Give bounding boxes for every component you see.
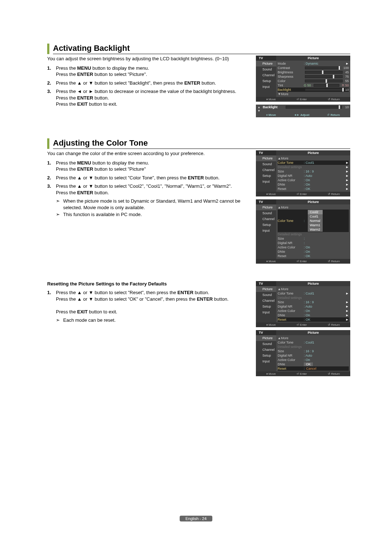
- section-intro: You can change the color of the entire s…: [47, 150, 251, 157]
- osd-row: Backlight10: [278, 88, 349, 92]
- osd-row: Detailed settings: [278, 232, 349, 236]
- osd-color-tone-menu: TVPicturePictureSoundChannelSetupInput▲M…: [256, 150, 350, 196]
- section-title: Activating Backlight: [53, 44, 350, 54]
- osd-row: Active Color: On►: [278, 309, 349, 313]
- note-item: ➣This function is available in PC mode.: [56, 211, 251, 218]
- osd-backlight-bar: ▲ Backlight 10 ▼ ♦ Move ◄► Adjust ↺ Retu…: [256, 105, 350, 117]
- step-list: 1.Press the MENU button to display the m…: [47, 160, 251, 196]
- osd-side-setup: Setup: [256, 173, 276, 179]
- osd-row: Active Color: On►: [278, 178, 349, 182]
- osd-reset-confirm: TVPicturePictureSoundChannelSetupInput▲M…: [256, 330, 350, 376]
- osd-row: Digital NR: Auto: [278, 353, 349, 358]
- osd-row: Color Tone: Cool1►: [278, 291, 349, 296]
- step-item: 2.Press the ▲ or ▼ button to select "Bac…: [47, 80, 251, 86]
- reset-subhead: Resetting the Picture Settings to the Fa…: [47, 281, 251, 287]
- osd-side-picture: Picture: [256, 204, 276, 210]
- osd-color-tone-dropdown: TVPicturePictureSoundChannelSetupInput▲M…: [256, 199, 350, 264]
- osd-row: Color Tone: Cool1: [278, 340, 349, 345]
- section-adjusting-color-tone: Adjusting the Color Tone: [47, 138, 350, 149]
- osd-row: ▲More: [278, 287, 349, 291]
- osd-side-channel: Channel: [256, 72, 276, 78]
- osd-row: DNIe: On: [278, 249, 349, 254]
- osd-side-setup: Setup: [256, 304, 276, 309]
- osd-row: Reset:Cancel: [278, 366, 349, 371]
- osd-side-input: Input: [256, 358, 276, 364]
- osd-picture-sliders: TVPicturePictureSoundChannelSetupInputMo…: [256, 56, 350, 102]
- osd-side-input: Input: [256, 179, 276, 184]
- section-title: Adjusting the Color Tone: [53, 138, 350, 149]
- note-item: ➣Each mode can be reset.: [56, 317, 251, 324]
- osd-side-setup: Setup: [256, 222, 276, 228]
- osd-row: Digital NR: Auto►: [278, 304, 349, 309]
- osd-row: Detailed settings: [278, 345, 349, 349]
- step-item: 2.Press the ▲ or ▼ button to select "Col…: [47, 175, 251, 181]
- osd-side-picture: Picture: [256, 335, 276, 341]
- osd-hint-move: ♦ Move: [266, 113, 276, 117]
- osd-row: Color55: [278, 79, 349, 83]
- osd-side-input: Input: [256, 228, 276, 234]
- osd-side-channel: Channel: [256, 167, 276, 173]
- step-list: 1.Press the MENU button to display the m…: [47, 65, 251, 107]
- osd-row: Size:: [278, 236, 349, 241]
- osd-row: Digital NR: Auto►: [278, 174, 349, 178]
- section-activating-backlight: Activating Backlight: [47, 44, 350, 54]
- osd-side-sound: Sound: [256, 161, 276, 167]
- osd-row: Size: 16 : 9►: [278, 169, 349, 174]
- osd-row: ▲More: [278, 336, 349, 340]
- osd-row: Color Tone:Cool2Cool1NormalWarm1Warm2: [278, 210, 349, 232]
- step-item: 1.Press the MENU button to display the m…: [47, 65, 251, 78]
- osd-side-picture: Picture: [256, 155, 276, 161]
- osd-row: ▲More: [278, 156, 349, 161]
- step-list: 1.Press the ▲ or ▼ button to select "Res…: [47, 289, 251, 315]
- osd-side-sound: Sound: [256, 341, 276, 347]
- osd-side-sound: Sound: [256, 292, 276, 298]
- osd-row: Contrast100: [278, 66, 349, 70]
- osd-hint-adjust: ◄► Adjust: [294, 113, 309, 117]
- osd-side-input: Input: [256, 309, 276, 315]
- page-number: English - 24: [180, 516, 212, 521]
- backlight-label: Backlight: [263, 105, 282, 109]
- osd-row: Active Color: On: [278, 358, 349, 362]
- osd-row: DNIeOK: [278, 362, 349, 366]
- osd-side-channel: Channel: [256, 216, 276, 222]
- page-footer: English - 24: [0, 516, 392, 521]
- osd-row: Size: 16 : 9►: [278, 300, 349, 304]
- osd-side-setup: Setup: [256, 353, 276, 358]
- osd-side-sound: Sound: [256, 66, 276, 72]
- arrow-up-icon: ▲: [257, 105, 261, 109]
- osd-side-sound: Sound: [256, 210, 276, 216]
- step-item: 1.Press the ▲ or ▼ button to select "Res…: [47, 289, 251, 315]
- osd-side-channel: Channel: [256, 298, 276, 304]
- note-item: ➣When the picture mode is set to Dynamic…: [56, 198, 251, 211]
- osd-hint-return: ↺ Return: [327, 113, 340, 117]
- osd-row: Detailed settings►: [278, 165, 349, 169]
- step-item: 3.Press the ▲ or ▼ button to select "Coo…: [47, 183, 251, 196]
- osd-row: Sharpness75: [278, 74, 349, 79]
- manual-page: Activating Backlight You can adjust the …: [0, 0, 392, 536]
- osd-side-setup: Setup: [256, 78, 276, 84]
- osd-row: TintG 50R 50: [278, 83, 349, 88]
- osd-row: Reset: OK►: [278, 187, 349, 191]
- osd-side-picture: Picture: [256, 286, 276, 292]
- osd-row: DNIe: On►: [278, 313, 349, 317]
- osd-side-input: Input: [256, 84, 276, 90]
- osd-row: Digital NR:: [278, 241, 349, 245]
- osd-row: Brightness45: [278, 70, 349, 74]
- osd-row: Mode: Dynamic►: [278, 61, 349, 66]
- step-item: 3.Press the ◄ or ► button to decrease or…: [47, 88, 251, 107]
- arrow-down-icon: ▼: [257, 109, 261, 113]
- backlight-value: 10: [345, 105, 349, 109]
- osd-side-channel: Channel: [256, 347, 276, 353]
- osd-reset-menu: TVPicturePictureSoundChannelSetupInput▲M…: [256, 281, 350, 327]
- section-intro: You can adjust the screen brightness by …: [47, 56, 251, 62]
- osd-row: Detailed settings: [278, 296, 349, 300]
- osd-row: Active Color: On: [278, 245, 349, 249]
- osd-row: Reset: OK►: [278, 317, 349, 322]
- osd-side-picture: Picture: [256, 61, 276, 66]
- osd-row: Size: 16 : 9: [278, 349, 349, 353]
- osd-row: ▼More: [278, 92, 349, 96]
- osd-row: Reset: OK: [278, 254, 349, 258]
- osd-row: DNIe: On►: [278, 182, 349, 187]
- osd-row: ▲More: [278, 205, 349, 210]
- osd-row: Color Tone: Cool1►: [278, 161, 349, 165]
